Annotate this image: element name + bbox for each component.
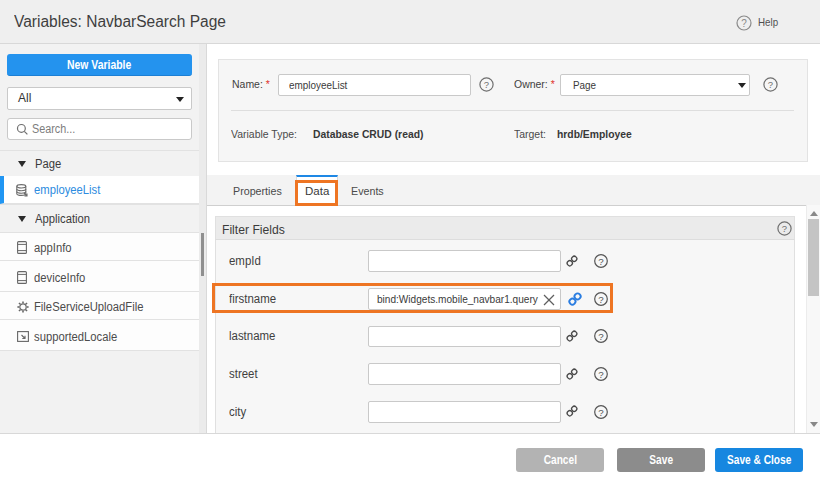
svg-text:?: ? (598, 406, 604, 417)
svg-text:?: ? (768, 79, 773, 90)
svg-text:?: ? (598, 368, 604, 379)
svg-text:?: ? (484, 79, 489, 90)
svg-text:?: ? (782, 223, 787, 234)
svg-text:?: ? (598, 255, 604, 266)
svg-text:?: ? (741, 18, 747, 29)
svg-text:?: ? (598, 330, 604, 341)
